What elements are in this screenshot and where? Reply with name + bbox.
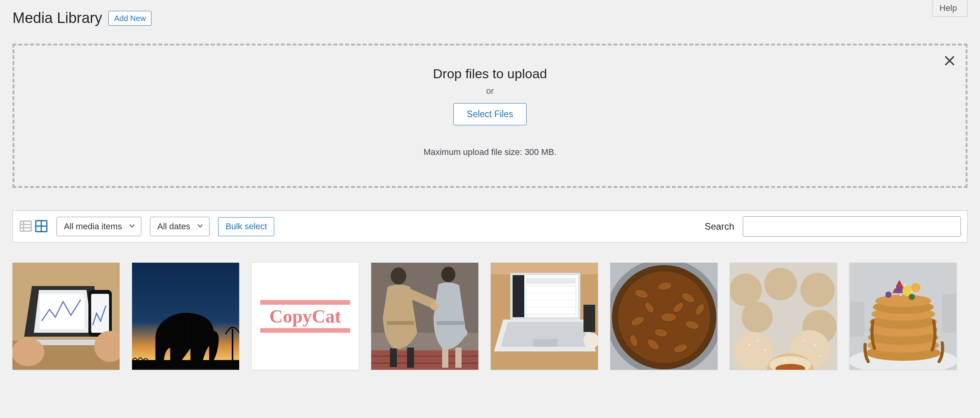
svg-point-103 [904, 285, 906, 286]
svg-rect-20 [232, 329, 233, 361]
search-input[interactable] [743, 216, 961, 237]
svg-rect-12 [40, 294, 85, 329]
svg-point-69 [764, 268, 797, 300]
svg-point-83 [814, 344, 816, 346]
close-icon[interactable] [944, 55, 955, 69]
svg-point-68 [730, 274, 762, 306]
media-item[interactable] [12, 263, 120, 370]
media-type-filter[interactable]: All media items [56, 217, 141, 236]
media-item[interactable] [850, 263, 957, 370]
svg-rect-106 [850, 302, 864, 337]
svg-point-26 [391, 267, 406, 285]
svg-point-105 [900, 295, 902, 296]
svg-rect-27 [390, 348, 397, 367]
media-item[interactable] [491, 263, 598, 370]
svg-rect-19 [132, 360, 239, 370]
date-filter[interactable]: All dates [150, 217, 210, 236]
svg-point-70 [800, 273, 835, 307]
svg-rect-30 [442, 348, 448, 368]
svg-point-86 [795, 358, 796, 360]
svg-rect-15 [91, 294, 109, 333]
media-item[interactable] [132, 263, 239, 370]
svg-point-16 [12, 338, 44, 366]
media-item[interactable] [610, 263, 717, 370]
media-item[interactable] [371, 263, 478, 370]
svg-point-104 [911, 291, 913, 292]
svg-point-98 [911, 283, 920, 292]
help-label: Help [939, 3, 957, 13]
svg-rect-23 [371, 350, 478, 370]
svg-point-82 [803, 340, 805, 341]
logo-bar [260, 300, 350, 305]
svg-rect-47 [533, 339, 558, 347]
media-item[interactable]: CopyCat [252, 263, 359, 370]
svg-point-80 [757, 340, 759, 341]
upload-dropzone[interactable]: Drop files to upload or Select Files Max… [12, 44, 968, 188]
grid-view-icon[interactable] [35, 220, 48, 234]
svg-point-58 [661, 313, 677, 321]
logo-bar [260, 328, 350, 333]
svg-rect-31 [455, 348, 462, 368]
svg-rect-1 [20, 221, 31, 231]
help-toggle[interactable]: Help [932, 0, 968, 17]
media-toolbar: All media items All dates Bulk select Se… [12, 211, 968, 242]
svg-point-81 [764, 349, 766, 351]
svg-point-29 [441, 267, 455, 282]
dropzone-title: Drop files to upload [22, 65, 958, 82]
add-new-button[interactable]: Add New [108, 11, 152, 26]
svg-rect-33 [387, 321, 414, 325]
svg-point-100 [885, 292, 892, 298]
svg-rect-34 [437, 321, 464, 325]
select-files-button[interactable]: Select Files [453, 103, 527, 126]
svg-point-85 [784, 359, 785, 361]
svg-point-74 [734, 332, 773, 370]
page-title: Media Library [12, 9, 102, 27]
search-label: Search [705, 221, 734, 232]
svg-point-101 [909, 294, 915, 300]
dropzone-max-size: Maximum upload file size: 300 MB. [22, 147, 958, 157]
bulk-select-button[interactable]: Bulk select [218, 217, 274, 236]
svg-point-32 [430, 302, 438, 310]
dropzone-or: or [22, 86, 958, 96]
svg-point-96 [875, 295, 931, 307]
svg-point-79 [749, 344, 750, 345]
svg-rect-107 [942, 294, 956, 333]
list-view-icon[interactable] [19, 220, 32, 234]
svg-rect-40 [526, 278, 576, 284]
svg-point-102 [895, 287, 896, 288]
svg-point-71 [742, 302, 773, 333]
logo-text: CopyCat [260, 305, 350, 328]
svg-rect-48 [583, 305, 595, 332]
media-grid: CopyCat [12, 263, 968, 370]
svg-point-84 [819, 355, 820, 357]
svg-rect-39 [513, 275, 524, 317]
svg-rect-28 [407, 348, 414, 368]
svg-rect-36 [491, 263, 598, 274]
media-item[interactable] [730, 263, 837, 370]
